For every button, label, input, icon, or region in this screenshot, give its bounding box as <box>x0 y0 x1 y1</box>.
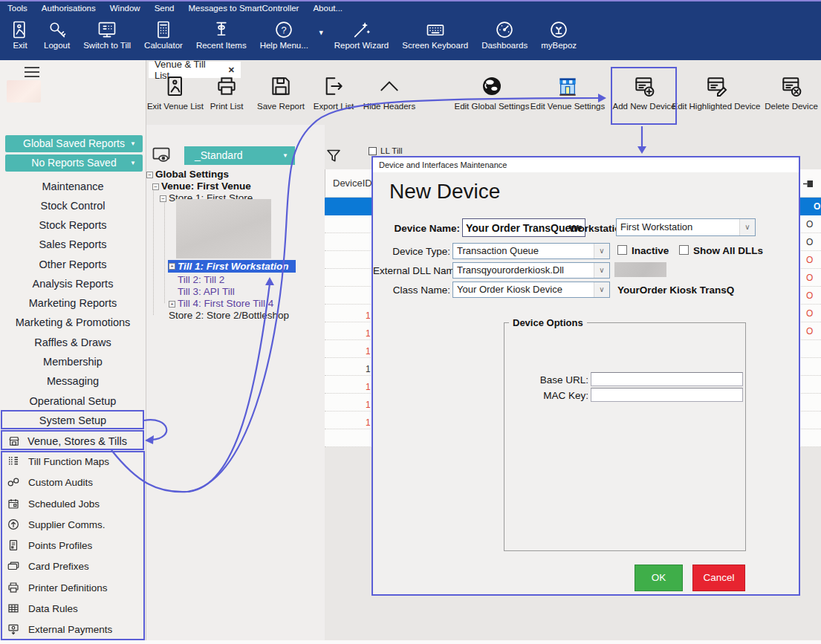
chevron-down-icon[interactable]: ∨ <box>594 263 609 278</box>
menu-window[interactable]: Window <box>110 4 140 13</box>
tree-node-till-4[interactable]: Till 4: First Store Till 4 <box>178 298 273 310</box>
device-type-dropdown[interactable]: Transaction Queue ∨ <box>452 243 610 259</box>
menu-about[interactable]: About... <box>313 4 343 13</box>
chevron-down-icon[interactable]: ∨ <box>594 282 609 297</box>
floppy-disk-icon <box>269 74 293 98</box>
dashboards-button[interactable]: Dashboards <box>475 17 534 52</box>
report-preset-dropdown[interactable]: _Standard ▼ <box>184 146 295 165</box>
sidebar-item-other-reports[interactable]: Other Reports <box>0 258 146 271</box>
tree-node-till-3[interactable]: Till 3: API Till <box>178 286 235 298</box>
sidebar-item-stock-reports[interactable]: Stock Reports <box>0 218 146 232</box>
workstation-dropdown[interactable]: First Workstation ∨ <box>616 218 756 236</box>
tree-expand-icon[interactable]: + <box>169 263 175 270</box>
sidebar-item-supplier-comms[interactable]: Supplier Comms. <box>7 517 106 532</box>
sidebar-item-custom-audits[interactable]: Custom Audits <box>7 475 93 489</box>
tree-node-venue-first-venue[interactable]: Venue: First Venue <box>161 180 251 192</box>
cancel-button[interactable]: Cancel <box>692 565 745 591</box>
deviceid-column-header[interactable]: DeviceID <box>333 178 372 189</box>
export-icon <box>322 74 345 98</box>
device-pencil-icon <box>704 74 728 98</box>
tree-node-till-1-selected[interactable]: Till 1: First Workstation <box>168 260 296 273</box>
calculator-button[interactable]: Calculator <box>137 17 189 52</box>
sidebar-item-stock-control[interactable]: Stock Control <box>0 199 146 212</box>
tree-collapse-icon[interactable]: − <box>146 172 153 178</box>
sidebar-item-operational-setup[interactable]: Operational Setup <box>0 394 146 408</box>
sidebar-item-marketing-promotions[interactable]: Marketing & Promotions <box>0 316 146 329</box>
sidebar-item-data-rules[interactable]: Data Rules <box>7 601 78 616</box>
exit-venue-list-button[interactable]: Exit Venue List <box>146 74 205 111</box>
till-list-view-icon[interactable] <box>151 145 172 166</box>
export-list-button[interactable]: Export List <box>308 74 359 111</box>
edit-highlighted-device-button[interactable]: Edit Highlighted Device <box>675 74 758 111</box>
help-menu-button[interactable]: ? Help Menu... <box>253 17 315 52</box>
ok-button[interactable]: OK <box>635 565 683 591</box>
tree-collapse-icon[interactable]: − <box>152 183 159 190</box>
redacted-tree-items <box>176 199 271 258</box>
sidebar-item-maintenance[interactable]: Maintenance <box>0 180 146 193</box>
edit-global-settings-button[interactable]: Edit Global Settings <box>455 74 529 111</box>
sidebar-item-venue-stores-tills[interactable]: Venue, Stores & Tills <box>0 431 146 451</box>
print-list-label: Print List <box>210 102 244 111</box>
wand-icon <box>351 19 372 40</box>
chevron-down-icon[interactable]: ∨ <box>594 244 609 258</box>
menu-messages-smartcontroller[interactable]: Messages to SmartController <box>189 4 299 13</box>
partial-cell-value: 1 <box>366 417 371 428</box>
sidebar-item-raffles-draws[interactable]: Raffles & Draws <box>0 336 146 349</box>
exit-button[interactable]: Exit <box>3 17 37 52</box>
external-dll-dropdown[interactable]: Transqyourorderkiosk.Dll ∨ <box>452 262 610 279</box>
tree-collapse-icon[interactable]: − <box>160 195 166 202</box>
mac-key-input[interactable] <box>591 388 743 402</box>
menu-send[interactable]: Send <box>155 4 175 13</box>
menu-authorisations[interactable]: Authorisations <box>42 4 96 13</box>
checkbox-icon <box>369 147 377 155</box>
chevron-down-icon[interactable]: ∨ <box>739 219 755 235</box>
edit-venue-settings-button[interactable]: Edit Venue Settings <box>530 74 605 111</box>
no-reports-saved-dropdown[interactable]: No Reports Saved ▼ <box>5 155 143 172</box>
save-report-button[interactable]: Save Report <box>254 74 308 111</box>
sidebar-item-till-function-maps[interactable]: Till Function Maps <box>7 454 109 469</box>
sidebar-item-scheduled-jobs[interactable]: Scheduled Jobs <box>7 496 100 511</box>
screen-keyboard-button[interactable]: Screen Keyboard <box>395 17 475 52</box>
tree-node-till-2[interactable]: Till 2: Till 2 <box>178 274 224 286</box>
sidebar-item-card-prefixes[interactable]: Card Prefixes <box>7 559 89 573</box>
pin-icon[interactable] <box>802 178 814 190</box>
sidebar-item-external-payments[interactable]: External Payments <box>7 622 112 637</box>
mybepoz-button[interactable]: myBepoz <box>534 17 583 52</box>
sidebar-item-marketing-reports[interactable]: Marketing Reports <box>0 296 146 310</box>
class-name-dropdown[interactable]: Your Order Kiosk Device ∨ <box>452 282 610 298</box>
add-new-device-button[interactable]: Add New Device <box>612 74 676 111</box>
menu-tools[interactable]: Tools <box>7 4 27 13</box>
sidebar-item-sales-reports[interactable]: Sales Reports <box>0 238 146 251</box>
filter-funnel-icon[interactable] <box>325 147 343 165</box>
sidebar-item-system-setup[interactable]: System Setup <box>0 411 146 430</box>
sidebar-item-printer-definitions[interactable]: Printer Definitions <box>7 580 108 595</box>
print-list-button[interactable]: Print List <box>201 74 253 111</box>
tree-node-global-settings[interactable]: Global Settings <box>155 169 229 180</box>
recent-items-button[interactable]: Recent Items <box>189 17 253 52</box>
sidebar-item-messaging[interactable]: Messaging <box>0 374 146 388</box>
base-url-input[interactable] <box>591 372 743 386</box>
logout-button[interactable]: Logout <box>37 17 77 52</box>
hamburger-menu-icon[interactable] <box>25 67 39 80</box>
delete-device-button[interactable]: Delete Device <box>764 74 819 111</box>
device-name-input[interactable] <box>462 218 585 237</box>
sidebar-item-membership[interactable]: Membership <box>0 355 146 368</box>
preset-value: _Standard <box>195 149 243 161</box>
edit-venue-settings-label: Edit Venue Settings <box>530 102 605 111</box>
tree-node-store-2[interactable]: Store 2: Store 2/Bottleshop <box>169 310 289 322</box>
switch-to-till-button[interactable]: Switch to Till <box>77 17 137 52</box>
sidebar-item-points-profiles[interactable]: Points Profiles <box>7 538 92 553</box>
report-wizard-button[interactable]: Report Wizard <box>328 17 396 52</box>
device-type-label: Device Type: <box>380 246 450 257</box>
partial-cell-value: O <box>806 326 813 336</box>
close-icon[interactable]: ✕ <box>228 65 235 75</box>
sidebar-item-analysis-reports[interactable]: Analysis Reports <box>0 277 146 290</box>
show-all-dlls-checkbox[interactable] <box>679 245 689 255</box>
main-toolbar: Exit Logout Switch to Till Calculator Re… <box>0 17 821 60</box>
global-saved-reports-dropdown[interactable]: Global Saved Reports ▼ <box>5 135 143 152</box>
help-menu-dropdown-icon[interactable]: ▼ <box>315 29 328 36</box>
hide-headers-button[interactable]: Hide Headers <box>363 74 416 111</box>
inactive-checkbox[interactable] <box>617 245 627 255</box>
dialog-title-bar[interactable]: Device and Interfaces Maintenance <box>373 157 799 172</box>
tree-expand-icon[interactable]: + <box>169 301 175 308</box>
